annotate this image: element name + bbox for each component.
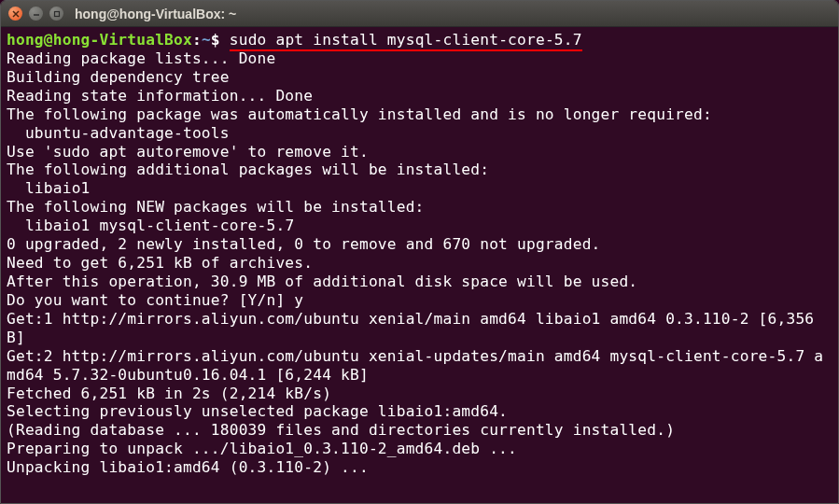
output-line: Fetched 6,251 kB in 2s (2,214 kB/s) (7, 385, 331, 402)
output-line: The following additional packages will b… (7, 161, 489, 178)
output-line: (Reading database ... 180039 files and d… (7, 421, 675, 439)
minimize-button[interactable] (29, 7, 43, 21)
output-line: The following package was automatically … (7, 105, 712, 123)
output-line: libaio1 (7, 179, 91, 197)
window-controls (8, 7, 63, 21)
prompt-user: hong (7, 31, 44, 49)
output-line: Selecting previously unselected package … (7, 402, 508, 420)
output-line: Unpacking libaio1:amd64 (0.3.110-2) ... (7, 458, 369, 476)
output-line: ubuntu-advantage-tools (7, 124, 230, 142)
close-button[interactable] (8, 7, 22, 21)
prompt-at: @ (44, 31, 53, 49)
red-underline-annotation (230, 49, 582, 51)
command-highlight: sudo apt install mysql-client-core-5.7 (230, 31, 582, 49)
window-title: hong@hong-VirtualBox: ~ (75, 7, 236, 21)
maximize-button[interactable] (49, 7, 63, 21)
prompt-dollar: $ (211, 31, 230, 49)
output-line: Preparing to unpack .../libaio1_0.3.110-… (7, 440, 517, 457)
svg-rect-3 (54, 11, 59, 16)
output-line: Get:2 http://mirrors.aliyun.com/ubuntu x… (7, 347, 823, 384)
output-line: The following NEW packages will be insta… (7, 198, 425, 216)
output-line: Reading state information... Done (7, 87, 313, 105)
prompt-colon: : (192, 31, 202, 49)
output-line: 0 upgraded, 2 newly installed, 0 to remo… (7, 235, 601, 253)
prompt-host: hong-VirtualBox (53, 31, 192, 49)
output-line: Use 'sudo apt autoremove' to remove it. (7, 143, 369, 161)
command-text: sudo apt install mysql-client-core-5.7 (230, 31, 582, 49)
terminal-body[interactable]: hong@hong-VirtualBox:~$ sudo apt install… (1, 27, 838, 503)
output-line: After this operation, 30.9 MB of additio… (7, 273, 637, 290)
terminal-window: hong@hong-VirtualBox: ~ hong@hong-Virtua… (0, 0, 839, 504)
output-line: libaio1 mysql-client-core-5.7 (7, 217, 294, 234)
output-line: Do you want to continue? [Y/n] y (7, 291, 303, 309)
prompt-path: ~ (202, 31, 211, 49)
output-line: Get:1 http://mirrors.aliyun.com/ubuntu x… (7, 310, 823, 346)
output-line: Need to get 6,251 kB of archives. (7, 254, 313, 272)
output-line: Building dependency tree (7, 68, 294, 86)
output-line: Reading package lists... Done (7, 49, 275, 67)
titlebar[interactable]: hong@hong-VirtualBox: ~ (1, 1, 838, 27)
